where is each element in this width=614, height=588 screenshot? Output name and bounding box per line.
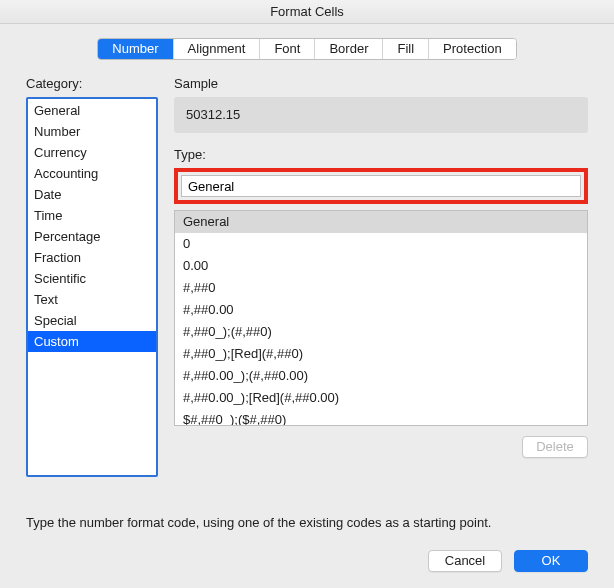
- type-label: Type:: [174, 147, 588, 162]
- format-code-item[interactable]: 0: [175, 233, 587, 255]
- category-item[interactable]: Custom: [28, 331, 156, 352]
- category-item[interactable]: Date: [28, 184, 156, 205]
- hint-text: Type the number format code, using one o…: [26, 515, 491, 530]
- sample-value: 50312.15: [174, 97, 588, 133]
- category-item[interactable]: Fraction: [28, 247, 156, 268]
- ok-button[interactable]: OK: [514, 550, 588, 572]
- tab-fill[interactable]: Fill: [383, 39, 429, 59]
- content-area: Category: GeneralNumberCurrencyAccountin…: [26, 76, 588, 477]
- category-item[interactable]: Scientific: [28, 268, 156, 289]
- category-item[interactable]: Number: [28, 121, 156, 142]
- dialog-footer: Cancel OK: [428, 550, 588, 572]
- format-code-item[interactable]: #,##0.00_);(#,##0.00): [175, 365, 587, 387]
- type-input[interactable]: [181, 175, 581, 197]
- format-code-item[interactable]: #,##0_);[Red](#,##0): [175, 343, 587, 365]
- tab-font[interactable]: Font: [260, 39, 315, 59]
- tab-protection[interactable]: Protection: [429, 39, 516, 59]
- tab-border[interactable]: Border: [315, 39, 383, 59]
- category-item[interactable]: Currency: [28, 142, 156, 163]
- tab-number[interactable]: Number: [98, 39, 173, 59]
- cancel-button[interactable]: Cancel: [428, 550, 502, 572]
- type-highlight-annotation: [174, 168, 588, 204]
- category-item[interactable]: Text: [28, 289, 156, 310]
- tab-segmented-control: NumberAlignmentFontBorderFillProtection: [97, 38, 516, 60]
- dialog-body: NumberAlignmentFontBorderFillProtection …: [0, 24, 614, 588]
- category-label: Category:: [26, 76, 162, 91]
- window-titlebar: Format Cells: [0, 0, 614, 24]
- window-title: Format Cells: [270, 4, 344, 19]
- format-code-item[interactable]: #,##0: [175, 277, 587, 299]
- delete-button: Delete: [522, 436, 588, 458]
- format-code-item[interactable]: #,##0.00_);[Red](#,##0.00): [175, 387, 587, 409]
- sample-label: Sample: [174, 76, 588, 91]
- format-code-item[interactable]: General: [175, 211, 587, 233]
- tab-bar: NumberAlignmentFontBorderFillProtection: [0, 24, 614, 72]
- format-code-item[interactable]: 0.00: [175, 255, 587, 277]
- category-item[interactable]: Special: [28, 310, 156, 331]
- format-code-list[interactable]: General00.00#,##0#,##0.00#,##0_);(#,##0)…: [174, 210, 588, 426]
- category-list[interactable]: GeneralNumberCurrencyAccountingDateTimeP…: [26, 97, 158, 477]
- format-code-item[interactable]: #,##0_);(#,##0): [175, 321, 587, 343]
- category-item[interactable]: General: [28, 100, 156, 121]
- category-item[interactable]: Time: [28, 205, 156, 226]
- format-code-item[interactable]: #,##0.00: [175, 299, 587, 321]
- category-item[interactable]: Percentage: [28, 226, 156, 247]
- category-item[interactable]: Accounting: [28, 163, 156, 184]
- format-code-item[interactable]: $#,##0_);($#,##0): [175, 409, 587, 426]
- tab-alignment[interactable]: Alignment: [174, 39, 261, 59]
